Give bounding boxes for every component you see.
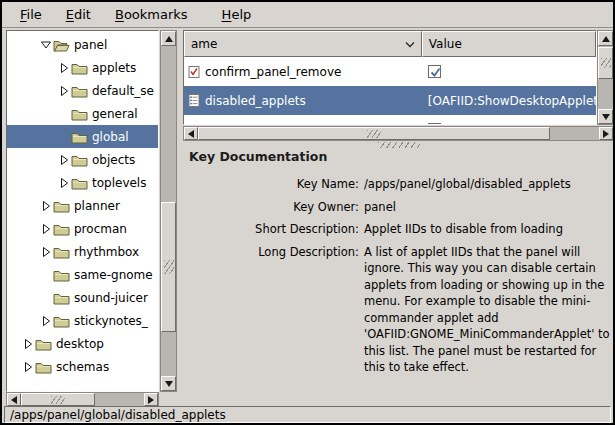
key-name-field-label: Key Name: xyxy=(187,176,359,193)
bool-key-icon xyxy=(188,123,200,126)
tree-item-schemas[interactable]: schemas xyxy=(7,355,158,378)
tree-item-label: general xyxy=(92,107,138,121)
list-key-icon xyxy=(188,94,200,108)
scrollbar-thumb[interactable] xyxy=(198,127,550,140)
tree-item-label: rhythmbox xyxy=(74,245,139,259)
tree-item-panel[interactable]: panel xyxy=(7,33,158,56)
scrollbar-thumb[interactable] xyxy=(161,202,176,332)
expander-closed-icon[interactable] xyxy=(57,176,71,190)
tree-item-global[interactable]: global xyxy=(7,125,158,148)
tree-item-stickynotes[interactable]: stickynotes_ xyxy=(7,309,158,332)
tree-item-objects[interactable]: objects xyxy=(7,148,158,171)
folder-icon xyxy=(53,222,70,236)
expander-closed-icon[interactable] xyxy=(39,199,53,213)
splitter-grip-icon xyxy=(378,142,420,148)
scroll-up-button[interactable] xyxy=(598,31,613,46)
column-name-label: ame xyxy=(191,37,217,51)
tree-item-label: default_se xyxy=(92,84,154,98)
scroll-right-button[interactable] xyxy=(599,127,613,140)
tree-item-default-setup[interactable]: default_se xyxy=(7,79,158,102)
key-owner-field-value: panel xyxy=(364,199,610,216)
tree-item-rhythmbox[interactable]: rhythmbox xyxy=(7,240,158,263)
tree-item-same-gnome[interactable]: same-gnome xyxy=(7,263,158,286)
docs-section-title: Key Documentation xyxy=(189,149,327,164)
scroll-down-button[interactable] xyxy=(598,109,613,124)
expander-closed-icon[interactable] xyxy=(39,245,53,259)
table-row-disable-force-quit[interactable]: disable_force_quit xyxy=(184,115,596,125)
tree-item-toplevels[interactable]: toplevels xyxy=(7,171,158,194)
scrollbar-thumb[interactable] xyxy=(21,393,95,406)
menu-file[interactable]: File xyxy=(12,4,50,25)
folder-icon xyxy=(71,107,88,121)
key-value-text: [OAFIID:ShowDesktopApplet] xyxy=(428,94,596,108)
menu-help[interactable]: Help xyxy=(214,4,260,25)
folder-icon xyxy=(53,268,70,282)
doc-field-key-name: Key Name: /apps/panel/global/disabled_ap… xyxy=(187,176,613,193)
scrollbar-thumb[interactable] xyxy=(598,47,613,79)
key-name-label: disable_force_quit xyxy=(205,123,313,126)
folder-open-icon xyxy=(53,38,70,52)
sort-indicator-icon xyxy=(405,41,415,48)
key-owner-field-label: Key Owner: xyxy=(187,199,359,216)
tree-item-label: desktop xyxy=(56,337,104,351)
short-description-field-value: Applet IIDs to disable from loading xyxy=(364,221,610,238)
expander-closed-icon[interactable] xyxy=(21,360,35,374)
folder-icon xyxy=(71,153,88,167)
scroll-left-button[interactable] xyxy=(184,127,198,140)
short-description-field-label: Short Description: xyxy=(187,221,359,238)
table-row-disabled-applets[interactable]: disabled_applets [OAFIID:ShowDesktopAppl… xyxy=(184,86,596,115)
table-row-confirm-panel-remove[interactable]: confirm_panel_remove xyxy=(184,57,596,86)
tree-item-label: toplevels xyxy=(92,176,146,190)
menubar: File Edit Bookmarks Help xyxy=(2,2,613,28)
tree-item-desktop[interactable]: desktop xyxy=(7,332,158,355)
expander-spacer xyxy=(39,268,53,282)
tree-item-label: panel xyxy=(74,38,107,52)
tree-item-label: procman xyxy=(74,222,127,236)
folder-icon xyxy=(71,84,88,98)
tree-item-procman[interactable]: procman xyxy=(7,217,158,240)
value-checkbox-unchecked[interactable] xyxy=(428,123,441,125)
column-header-name[interactable]: ame xyxy=(184,31,422,57)
scroll-up-button[interactable] xyxy=(161,31,176,46)
doc-field-long-description: Long Description: A list of applet IIDs … xyxy=(187,244,613,376)
key-table: ame Value confirm_panel_remove disabled_… xyxy=(183,30,597,125)
folder-icon xyxy=(35,337,52,351)
menu-bookmarks[interactable]: Bookmarks xyxy=(107,4,196,25)
folder-icon xyxy=(35,360,52,374)
menu-edit[interactable]: Edit xyxy=(58,4,99,25)
tree-item-applets[interactable]: applets xyxy=(7,56,158,79)
folder-icon xyxy=(71,130,88,144)
gconf-editor-window: File Edit Bookmarks Help panel applets d… xyxy=(0,0,615,425)
scroll-left-button[interactable] xyxy=(7,393,21,406)
table-vertical-scrollbar xyxy=(597,30,614,125)
scroll-right-button[interactable] xyxy=(144,393,158,406)
tree-item-label: objects xyxy=(92,153,135,167)
column-header-value[interactable]: Value xyxy=(422,31,596,57)
pane-splitter[interactable] xyxy=(183,141,615,148)
folder-icon xyxy=(71,61,88,75)
expander-closed-icon[interactable] xyxy=(39,314,53,328)
expander-closed-icon[interactable] xyxy=(39,222,53,236)
folder-icon xyxy=(53,314,70,328)
tree-item-label: applets xyxy=(92,61,136,75)
tree-item-planner[interactable]: planner xyxy=(7,194,158,217)
bool-key-icon xyxy=(188,65,200,79)
tree-item-general[interactable]: general xyxy=(7,102,158,125)
expander-closed-icon[interactable] xyxy=(57,153,71,167)
tree-item-sound-juicer[interactable]: sound-juicer xyxy=(7,286,158,309)
doc-field-key-owner: Key Owner: panel xyxy=(187,199,613,216)
expander-closed-icon[interactable] xyxy=(57,61,71,75)
expander-closed-icon[interactable] xyxy=(21,337,35,351)
expander-spacer xyxy=(57,107,71,121)
column-value-label: Value xyxy=(429,37,462,51)
key-name-label: confirm_panel_remove xyxy=(205,65,341,79)
expander-open-icon[interactable] xyxy=(39,38,53,52)
expander-spacer xyxy=(39,291,53,305)
table-header: ame Value xyxy=(184,31,596,57)
scroll-down-button[interactable] xyxy=(161,376,176,391)
tree-item-label: global xyxy=(92,130,129,144)
docs-pane: Key Name: /apps/panel/global/disabled_ap… xyxy=(187,176,613,382)
value-checkbox-checked[interactable] xyxy=(428,65,441,78)
expander-closed-icon[interactable] xyxy=(57,84,71,98)
config-tree: panel applets default_se general global … xyxy=(6,30,159,392)
